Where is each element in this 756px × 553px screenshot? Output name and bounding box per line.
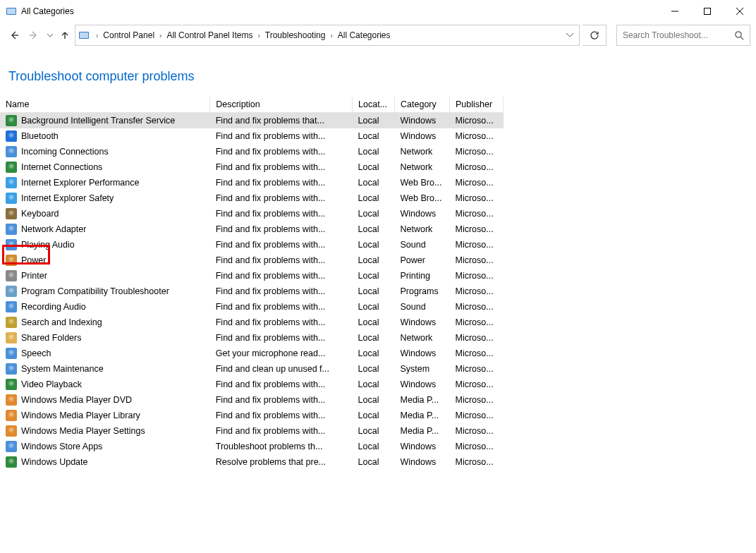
row-location: Local (358, 317, 379, 327)
row-category: Network (401, 333, 444, 343)
breadcrumb-item[interactable]: All Categories (336, 30, 392, 40)
table-row[interactable]: BluetoothFind and fix problems with...Lo… (0, 128, 504, 144)
row-category: Media P... (401, 411, 444, 420)
troubleshooter-icon (6, 363, 17, 375)
row-name: Windows Store Apps (21, 442, 102, 451)
table-row[interactable]: SpeechGet your microphone read...LocalWi… (0, 346, 504, 361)
troubleshooter-icon (6, 177, 17, 188)
maximize-button[interactable] (691, 0, 724, 23)
table-row[interactable]: Windows Media Player DVDFind and fix pro… (0, 392, 504, 408)
troubleshooter-icon (6, 348, 17, 359)
troubleshooter-icon (6, 332, 17, 344)
troubleshooter-icon (6, 224, 17, 235)
row-name: Keyboard (21, 209, 59, 219)
row-category: Windows (401, 209, 444, 219)
column-header-publisher[interactable]: Publisher (450, 97, 504, 113)
row-location: Local (358, 224, 379, 234)
table-row[interactable]: PowerFind and fix problems with...LocalP… (0, 253, 504, 268)
column-header-location[interactable]: Locat... (353, 97, 395, 113)
row-description: Find and fix problems with... (216, 209, 347, 219)
row-description: Resolve problems that pre... (216, 457, 347, 467)
close-button[interactable] (724, 0, 756, 23)
row-description: Find and fix problems with... (216, 147, 347, 157)
table-row[interactable]: Internet Explorer SafetyFind and fix pro… (0, 190, 504, 206)
row-category: Windows (401, 442, 444, 451)
breadcrumb: Control Panel›All Control Panel Items›Tr… (102, 30, 391, 40)
address-dropdown[interactable] (561, 25, 579, 45)
row-name: Internet Connections (21, 162, 102, 172)
table-row[interactable]: Search and IndexingFind and fix problems… (0, 315, 504, 330)
row-publisher: Microso... (456, 348, 498, 358)
row-location: Local (358, 426, 379, 436)
table-row[interactable]: Recording AudioFind and fix problems wit… (0, 299, 504, 315)
column-header-description[interactable]: Description (210, 97, 353, 113)
row-category: Sound (401, 302, 444, 312)
row-description: Find and fix problems with... (216, 395, 347, 405)
table-row[interactable]: System MaintenanceFind and clean up unus… (0, 361, 504, 377)
row-location: Local (358, 162, 379, 172)
back-button[interactable] (6, 27, 23, 44)
table-row[interactable]: Windows Media Player SettingsFind and fi… (0, 423, 504, 439)
search-box[interactable] (616, 25, 750, 46)
row-category: Printing (401, 271, 444, 281)
breadcrumb-item[interactable]: All Control Panel Items (165, 30, 254, 40)
table-row[interactable]: Program Compatibility TroubleshooterFind… (0, 284, 504, 299)
row-description: Get your microphone read... (216, 348, 347, 358)
row-description: Find and clean up unused f... (216, 364, 347, 374)
up-button[interactable] (58, 27, 72, 44)
row-location: Local (358, 379, 379, 389)
column-header-name[interactable]: Name (0, 97, 210, 113)
chevron-right-icon: › (254, 32, 263, 40)
row-location: Local (358, 178, 379, 188)
table-row[interactable]: Windows Media Player LibraryFind and fix… (0, 408, 504, 423)
row-location: Local (358, 209, 379, 219)
table-row[interactable]: Incoming ConnectionsFind and fix problem… (0, 144, 504, 159)
table-row[interactable]: Background Intelligent Transfer ServiceF… (0, 113, 504, 129)
row-name: Network Adapter (21, 224, 86, 234)
troubleshooters-table: Name Description Locat... Category Publi… (0, 97, 504, 470)
row-name: Speech (21, 348, 51, 358)
row-category: Windows (401, 457, 444, 467)
table-row[interactable]: Playing AudioFind and fix problems with.… (0, 237, 504, 253)
content-area: Troubleshoot computer problems Name Desc… (0, 48, 756, 470)
breadcrumb-item[interactable]: Control Panel (102, 30, 156, 40)
table-row[interactable]: Windows Store AppsTroubleshoot problems … (0, 439, 504, 454)
row-category: Web Bro... (401, 178, 444, 188)
table-row[interactable]: KeyboardFind and fix problems with...Loc… (0, 206, 504, 221)
row-location: Local (358, 116, 379, 126)
row-category: System (401, 364, 444, 374)
troubleshooter-icon (6, 270, 17, 281)
recent-locations-dropdown[interactable] (45, 27, 55, 44)
row-description: Find and fix problems with... (216, 379, 347, 389)
svg-point-10 (736, 32, 741, 37)
refresh-button[interactable] (583, 25, 606, 46)
row-description: Troubleshoot problems th... (216, 442, 347, 451)
row-location: Local (358, 193, 379, 203)
table-row[interactable]: Network AdapterFind and fix problems wit… (0, 221, 504, 237)
row-publisher: Microso... (456, 364, 498, 374)
forward-button[interactable] (25, 27, 42, 44)
table-row[interactable]: Internet ConnectionsFind and fix problem… (0, 159, 504, 175)
row-name: Internet Explorer Safety (21, 193, 114, 203)
row-name: Windows Media Player Settings (21, 426, 145, 436)
row-publisher: Microso... (456, 317, 498, 327)
row-location: Local (358, 131, 379, 141)
row-category: Windows (401, 379, 444, 389)
row-name: Program Compatibility Troubleshooter (21, 286, 169, 296)
row-name: Windows Media Player Library (21, 411, 140, 420)
address-bar[interactable]: › Control Panel›All Control Panel Items›… (75, 25, 580, 46)
row-publisher: Microso... (456, 457, 498, 467)
table-row[interactable]: Shared FoldersFind and fix problems with… (0, 330, 504, 346)
table-row[interactable]: Video PlaybackFind and fix problems with… (0, 377, 504, 392)
row-category: Windows (401, 131, 444, 141)
column-header-category[interactable]: Category (395, 97, 450, 113)
row-name: Windows Media Player DVD (21, 395, 132, 405)
search-input[interactable] (623, 30, 731, 40)
minimize-button[interactable] (659, 0, 691, 23)
troubleshooter-icon (6, 394, 17, 406)
table-row[interactable]: PrinterFind and fix problems with...Loca… (0, 268, 504, 284)
breadcrumb-item[interactable]: Troubleshooting (264, 30, 327, 40)
table-row[interactable]: Internet Explorer PerformanceFind and fi… (0, 175, 504, 190)
row-description: Find and fix problems with... (216, 131, 347, 141)
table-row[interactable]: Windows UpdateResolve problems that pre.… (0, 454, 504, 470)
